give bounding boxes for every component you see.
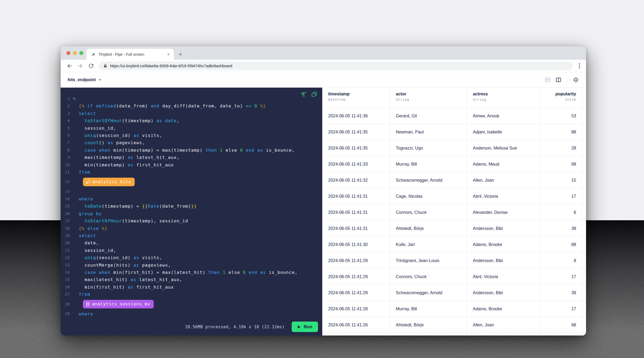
table-row[interactable] (322, 333, 586, 335)
code-line[interactable]: 15 toDate(timestamp) = {{Date(date_from)… (61, 203, 322, 210)
table-row[interactable]: 2024-06-05 11:41:33Murray, BillAdams, Ma… (322, 156, 586, 172)
code-line[interactable]: 1% (61, 95, 322, 102)
code-line[interactable]: 25 max(latest_hit) as latest_hit_aux, (61, 276, 322, 283)
minimize-window-button[interactable] (73, 51, 77, 55)
code-line[interactable]: 16 group by (61, 210, 322, 217)
cell-timestamp: 2024-06-05 11:41:30 (322, 237, 390, 253)
code-line[interactable]: 5 session_id, (61, 125, 322, 132)
browser-menu-button[interactable] (576, 63, 582, 69)
code-line[interactable]: 14 where (61, 195, 322, 203)
code-lines[interactable]: 1%2 {% if defined(date_from) and day_dif… (61, 88, 322, 318)
code-line[interactable]: 19 select (61, 232, 322, 239)
code-text: {% else %} (73, 225, 108, 232)
address-bar[interactable]: https://ui.tinybird.co/8dae6a-8309-84je-… (99, 62, 573, 70)
new-tab-button[interactable]: + (179, 51, 182, 57)
table-row[interactable]: 2024-06-05 11:41:36Gerard, GilAimee, Ano… (322, 108, 586, 124)
code-line[interactable]: 9 max(timestamp) as latest_hit_aux, (61, 154, 322, 161)
line-number: 15 (61, 203, 70, 210)
code-text: session_id, (73, 247, 116, 254)
play-icon (297, 325, 301, 329)
cell-timestamp (322, 333, 390, 335)
analytics_hits-badge[interactable]: analytics_hits (83, 178, 135, 186)
pipe-name-dropdown[interactable]: hits_endpoint (68, 77, 102, 82)
close-window-button[interactable] (67, 51, 70, 55)
cell-actress: Adams, Brooke (467, 237, 540, 253)
table-row[interactable]: 2024-06-05 11:41:30Kulle, JarlAdams, Bro… (322, 237, 586, 253)
line-number: 14 (61, 195, 70, 203)
row-gutter (582, 237, 586, 253)
table-row[interactable]: 2024-06-05 11:41:32Schwarzenegger, Arnol… (322, 172, 586, 188)
zoom-window-button[interactable] (79, 51, 83, 55)
code-line[interactable]: 24 case when min(first_hit) = max(latest… (61, 269, 322, 276)
code-line[interactable]: 4 toStartOfHour(timestamp) as date, (61, 117, 322, 124)
code-line-badge[interactable]: 28analytics_sessions_mv (61, 298, 322, 310)
back-button[interactable] (65, 62, 74, 70)
code-text: select (73, 110, 96, 117)
cell-timestamp: 2024-06-05 11:41:29 (322, 285, 390, 301)
code-line[interactable]: 17 toStartOfHour(timestamp), session_id (61, 217, 322, 225)
column-header-actress[interactable]: actressString (467, 88, 540, 108)
table-row[interactable]: 2024-06-05 11:41:35Tognazzi, UgoAnderson… (322, 140, 586, 156)
cell-actor: Schwarzenegger, Arnold (390, 172, 467, 188)
table-row[interactable]: 2024-06-05 11:41:26Ahlstedt, BörjeAllen,… (322, 317, 586, 333)
table-row[interactable]: 2024-06-05 11:41:31Ahlstedt, BörjeAnders… (322, 221, 586, 237)
tab-close-icon[interactable]: × (166, 51, 171, 57)
forward-button[interactable] (76, 62, 84, 70)
code-line[interactable]: 6 uniq(session_id) as visits, (61, 132, 322, 139)
cell-actress: Adjani, Isabelle (467, 124, 540, 140)
line-number: 7 (61, 139, 70, 146)
cell-actor: Schwarzenegger, Arnold (390, 285, 467, 301)
code-line[interactable]: 18 {% else %} (61, 225, 322, 232)
code-line[interactable]: 7 count() as pageviews, (61, 139, 322, 146)
ai-sparkles-icon[interactable] (301, 91, 307, 98)
table-row[interactable]: 2024-06-05 11:41:31Cage, NicolasAbril, V… (322, 188, 586, 204)
split-horizontal-icon[interactable] (544, 77, 551, 83)
row-gutter (582, 301, 586, 317)
column-header-timestamp[interactable]: timestampDateTime (322, 88, 390, 108)
table-row[interactable]: 2024-06-05 11:41:29Trintignant, Jean-Lou… (322, 253, 586, 269)
cell-timestamp: 2024-06-05 11:41:31 (322, 204, 390, 221)
code-line[interactable]: 29 where (61, 310, 322, 318)
collapse-icon[interactable] (573, 77, 579, 83)
code-line[interactable]: 10 min(timestamp) as first_hit_aux (61, 161, 322, 169)
code-line[interactable]: 2 {% if defined(date_from) and day_diff(… (61, 102, 322, 110)
code-line[interactable]: 20 date, (61, 239, 322, 247)
column-name: timestamp (328, 92, 390, 96)
table-row[interactable]: 2024-06-05 11:41:29Connors, ChuckAbril, … (322, 269, 586, 285)
table-row[interactable]: 2024-06-05 11:41:35Newman, PaulAdjani, I… (322, 124, 586, 140)
code-line[interactable]: 26 min(first_hit) as first_hit_aux (61, 284, 322, 291)
column-header-actor[interactable]: actorString (390, 88, 467, 108)
column-header-popularity[interactable]: popularityInt16 (540, 88, 582, 108)
cell-actor: Newman, Paul (390, 124, 467, 140)
row-gutter (582, 108, 586, 124)
code-line[interactable]: 23 countMerge(hits) as pageviews, (61, 262, 322, 269)
table-row[interactable]: 2024-06-05 11:41:28Murray, BillAdams, Br… (322, 301, 586, 317)
code-line[interactable]: 22 uniq(session_id) as visits, (61, 254, 322, 261)
analytics_sessions_mv-badge[interactable]: analytics_sessions_mv (83, 300, 154, 308)
row-gutter (582, 285, 586, 301)
row-gutter (582, 269, 586, 285)
browser-tab[interactable]: Tinybird - Pipe - Full screen × (86, 49, 174, 60)
code-line[interactable]: 21 session_id, (61, 247, 322, 254)
code-line[interactable]: 13 (61, 188, 322, 195)
table-row[interactable]: 2024-06-05 11:41:29Schwarzenegger, Arnol… (322, 285, 586, 301)
row-gutter (582, 253, 586, 269)
code-line[interactable]: 11 from (61, 169, 322, 176)
cell-timestamp: 2024-06-05 11:41:35 (322, 124, 390, 140)
code-line-badge[interactable]: 12analytics_hits (61, 176, 322, 188)
line-number: 25 (61, 276, 70, 283)
table-row[interactable]: 2024-06-05 11:41:31Connors, ChuckAlexand… (322, 204, 586, 221)
sql-editor[interactable]: 1%2 {% if defined(date_from) and day_dif… (61, 88, 322, 335)
cell-popularity: 17 (540, 269, 582, 285)
code-line[interactable]: 27 from (61, 291, 322, 298)
line-number: 10 (61, 161, 70, 169)
split-vertical-icon[interactable] (555, 77, 562, 83)
code-line[interactable]: 8 case when min(timestamp) = max(timesta… (61, 147, 322, 154)
reload-button[interactable] (87, 62, 95, 70)
code-line[interactable]: 3 select (61, 110, 322, 117)
run-button[interactable]: Run (292, 322, 318, 332)
cell-popularity: 68 (540, 317, 582, 333)
pipe-name-label: hits_endpoint (68, 77, 96, 82)
line-number: 9 (61, 154, 70, 161)
copy-icon[interactable] (311, 91, 317, 98)
